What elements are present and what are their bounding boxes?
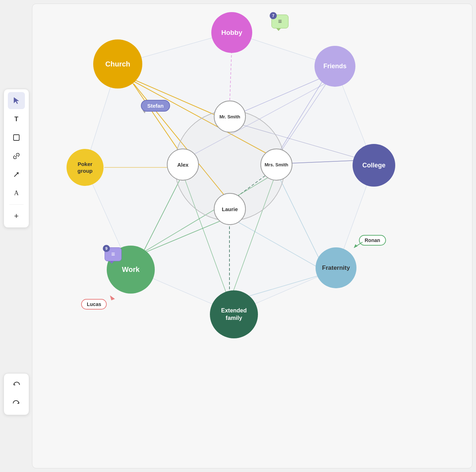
undo-button[interactable]	[8, 376, 25, 393]
alex-node[interactable]: Alex	[167, 149, 199, 181]
church-node[interactable]: Church	[93, 39, 142, 88]
lucas-arrow	[110, 295, 120, 302]
diagram-canvas[interactable]: Church Hobby Friends College Fraternity …	[32, 4, 472, 468]
undo-redo-toolbar	[4, 373, 29, 415]
extended-family-node[interactable]: Extendedfamily	[210, 290, 258, 338]
arrow-tool[interactable]	[8, 166, 25, 183]
sticky-tool[interactable]	[8, 129, 25, 146]
text-tool[interactable]: T	[8, 111, 25, 128]
redo-button[interactable]	[8, 395, 25, 412]
hobby-node[interactable]: Hobby	[211, 12, 252, 53]
laurie-node[interactable]: Laurie	[214, 193, 246, 225]
lucas-label[interactable]: Lucas	[81, 299, 107, 310]
select-tool[interactable]	[8, 92, 25, 109]
chat-bubble-2[interactable]: 9 ≡	[105, 247, 122, 261]
mrs-smith-node[interactable]: Mrs. Smith	[260, 149, 292, 181]
chat-bubble-1[interactable]: 7 ≡	[271, 15, 289, 28]
poker-group-node[interactable]: Pokergroup	[67, 149, 104, 186]
svg-rect-1	[14, 135, 19, 140]
bubble-1-badge: 7	[270, 12, 277, 19]
fraternity-node[interactable]: Fraternity	[316, 247, 356, 288]
svg-marker-0	[14, 97, 19, 104]
svg-marker-32	[354, 244, 358, 248]
add-button[interactable]: +	[8, 208, 25, 225]
bubble-2-badge: 9	[103, 245, 110, 252]
toolbar: T A +	[4, 89, 29, 228]
svg-marker-33	[110, 295, 115, 300]
friends-node[interactable]: Friends	[314, 46, 355, 87]
ronan-arrow	[353, 241, 363, 248]
college-node[interactable]: College	[353, 144, 395, 187]
link-tool[interactable]	[8, 148, 25, 165]
stefan-label[interactable]: Stefan	[141, 100, 170, 112]
mr-smith-node[interactable]: Mr. Smith	[214, 101, 246, 133]
pen-tool[interactable]: A	[8, 184, 25, 202]
